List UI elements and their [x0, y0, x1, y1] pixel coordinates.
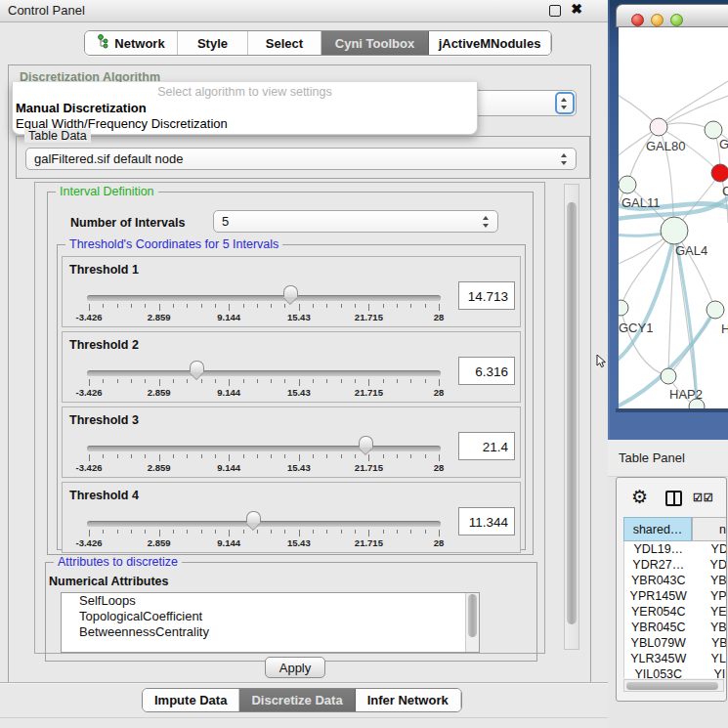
network-node-label: H [721, 321, 728, 336]
table-row[interactable]: YIL053C YIL0 [624, 666, 727, 678]
cell-shared-name[interactable]: YBR045C [624, 620, 693, 635]
network-edge-thick[interactable] [619, 235, 674, 364]
threshold-value-field[interactable]: 14.713 [458, 281, 515, 310]
network-node[interactable] [661, 217, 688, 244]
table-row[interactable]: YBR043C YBR0 [624, 573, 727, 588]
network-node[interactable] [661, 368, 676, 384]
network-node[interactable] [650, 118, 667, 136]
network-node[interactable] [619, 300, 628, 316]
network-node[interactable] [707, 301, 724, 319]
tab[interactable]: Network [85, 31, 178, 55]
cell-name[interactable]: YER0 [693, 604, 728, 620]
cell-shared-name[interactable]: YIL053C [624, 666, 693, 678]
network-node-label: GA [719, 137, 728, 151]
table-rows: YDL19… YDL1 YDR27… YDR2 YBR043C YBR0 YPR… [623, 541, 727, 678]
cell-shared-name[interactable]: YLR345W [624, 651, 693, 666]
threshold-slider-ticks: -3.4262.8599.14415.4321.71528 [63, 407, 520, 477]
algorithm-dropdown-popup: Select algorithm to view settings Manual… [12, 82, 478, 135]
threshold-slider-thumb[interactable] [283, 285, 298, 297]
table-row[interactable]: YBL079W YBL0 [624, 635, 727, 651]
threshold-slider-thumb[interactable] [246, 511, 261, 523]
node-table: shared… na YDL19… YDL1 YDR27… YDR2 YBR04… [623, 517, 727, 678]
network-graph: GAL80GACGAL11GAL4GCY1HHAP2 [619, 27, 728, 408]
attributes-scrollbar[interactable] [465, 593, 479, 652]
threshold-slider-thumb[interactable] [190, 361, 204, 372]
threshold-value-field[interactable]: 11.344 [458, 507, 515, 535]
select-checkboxes-icon[interactable]: ☑☑ [693, 492, 714, 504]
attribute-item[interactable]: TopologicalCoefficient [62, 609, 479, 624]
cell-name[interactable]: YIL0 [693, 666, 728, 678]
mode-tab[interactable]: Infer Network [356, 689, 461, 711]
close-panel-icon[interactable]: ✖ [571, 1, 582, 17]
float-panel-icon[interactable] [549, 5, 561, 17]
attributes-group-title: Attributes to discretize [54, 555, 182, 569]
number-of-intervals-label: Number of Intervals [70, 216, 185, 230]
column-header-shared-name[interactable]: shared… [623, 517, 692, 541]
cell-shared-name[interactable]: YBR043C [624, 573, 693, 588]
tab[interactable]: Cyni Toolbox [321, 31, 429, 55]
cell-shared-name[interactable]: YPR145W [624, 588, 693, 604]
table-horizontal-scrollbar[interactable] [623, 679, 724, 692]
network-edge[interactable] [659, 81, 728, 127]
cell-name[interactable]: YDL1 [693, 541, 728, 557]
mode-tab[interactable]: Impute Data [143, 689, 239, 711]
cell-shared-name[interactable]: YDL19… [624, 541, 693, 557]
network-node-label: GAL11 [621, 195, 661, 210]
threshold-slider-thumb[interactable] [359, 436, 373, 448]
network-edge[interactable] [627, 127, 659, 185]
attribute-item[interactable]: SelfLoops [62, 593, 479, 609]
network-edge[interactable] [621, 308, 668, 376]
threshold-value-field[interactable]: 6.316 [458, 357, 515, 385]
network-node[interactable] [711, 164, 728, 182]
cell-name[interactable]: YLR3 [693, 651, 728, 666]
cell-shared-name[interactable]: YBL079W [624, 635, 693, 651]
mode-tab[interactable]: Discretize Data [239, 689, 355, 711]
zoom-traffic-light-icon[interactable] [670, 14, 683, 26]
table-row[interactable]: YDL19… YDL1 [624, 541, 727, 557]
column-header-name[interactable]: na [692, 517, 727, 541]
tab[interactable]: Style [178, 31, 248, 55]
mouse-cursor [596, 355, 608, 368]
table-row[interactable]: YBR045C YBR0 [624, 620, 727, 635]
columns-icon[interactable] [665, 491, 682, 506]
close-traffic-light-icon[interactable] [631, 14, 644, 26]
apply-button[interactable]: Apply [265, 657, 325, 678]
table-row[interactable]: YDR27… YDR2 [624, 557, 727, 573]
panel-scrollbar-thumb[interactable] [567, 202, 577, 624]
cell-name[interactable]: YDR2 [693, 557, 728, 573]
numerical-attributes-list[interactable]: SelfLoops TopologicalCoefficient Between… [61, 592, 480, 653]
table-row[interactable]: YLR345W YLR3 [624, 651, 727, 666]
cell-name[interactable]: YBR0 [693, 620, 728, 635]
attribute-item[interactable]: BetweennessCentrality [62, 624, 479, 640]
cell-name[interactable]: YBR0 [693, 573, 728, 588]
cell-shared-name[interactable]: YDR27… [624, 557, 693, 573]
network-window-titlebar[interactable] [616, 4, 728, 27]
table-row[interactable]: YPR145W YPR1 [624, 588, 727, 604]
separator [0, 717, 608, 718]
threshold-box: Threshold 4 -3.4262.8599.14415.4321.7152… [62, 482, 521, 553]
tab[interactable]: Select [248, 31, 321, 55]
tab-label: Style [197, 36, 228, 51]
combo-spinner-icon [482, 216, 491, 228]
panel-vertical-scrollbar[interactable] [564, 184, 579, 650]
network-node-label: GAL80 [646, 139, 685, 153]
table-row[interactable]: YER054C YER0 [624, 604, 727, 620]
number-of-intervals-combobox[interactable]: 5 [213, 210, 498, 233]
cell-name[interactable]: YPR1 [693, 588, 728, 604]
cell-shared-name[interactable]: YER054C [624, 604, 693, 620]
table-scrollbar-thumb[interactable] [626, 682, 718, 690]
minimize-traffic-light-icon[interactable] [651, 14, 664, 26]
tab-label: Cyni Toolbox [335, 36, 414, 51]
threshold-value-field[interactable]: 21.4 [458, 432, 515, 460]
combo-spinner-icon [560, 153, 569, 165]
table-panel-titlebar: Table Panel [608, 440, 728, 477]
gear-icon[interactable]: ⚙ [631, 488, 648, 506]
cell-name[interactable]: YBL0 [693, 635, 728, 651]
network-canvas[interactable]: GAL80GACGAL11GAL4GCY1HHAP2 [619, 27, 728, 408]
algorithm-placeholder: Select algorithm to view settings [13, 85, 477, 99]
attributes-scrollbar-thumb[interactable] [468, 594, 477, 637]
table-data-combobox[interactable]: galFiltered.sif default node [25, 148, 577, 170]
algorithm-option-manual[interactable]: Manual Discretization [16, 101, 147, 115]
network-node[interactable] [619, 176, 636, 193]
tab[interactable]: jActiveMNodules [429, 31, 551, 55]
